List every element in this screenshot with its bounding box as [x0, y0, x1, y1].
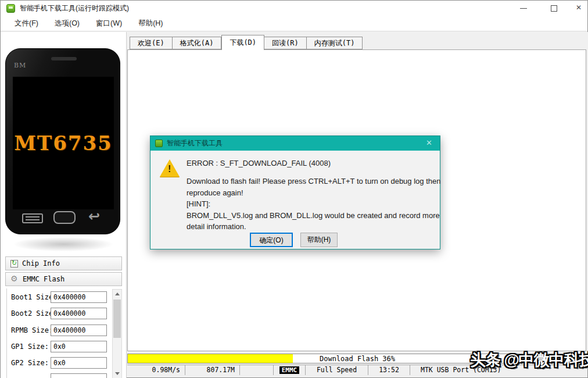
- dialog-close-icon[interactable]: [424, 136, 435, 151]
- watermark: 头条 @中微中科技: [470, 350, 588, 370]
- gp2-size-label: GP2 Size:: [11, 359, 49, 367]
- gp1-size-label: GP1 Size:: [11, 343, 49, 351]
- tab-strip: 欢迎(E) 格式化(A) 下载(D) 回读(R) 内存测试(T): [130, 37, 363, 50]
- tab-download[interactable]: 下载(D): [221, 35, 264, 50]
- maximize-icon: [551, 5, 557, 12]
- scroll-down-icon[interactable]: [113, 369, 121, 378]
- phone-brand-label: BM: [14, 62, 26, 69]
- status-empty-cell: [240, 365, 274, 375]
- status-storage-cell: EMMC: [274, 365, 306, 375]
- chip-panel-scrollbar[interactable]: [112, 289, 122, 378]
- emmc-flash-header[interactable]: EMMC Flash: [5, 272, 122, 286]
- tab-welcome[interactable]: 欢迎(E): [130, 37, 173, 49]
- gp1-size-field[interactable]: 0x0: [51, 341, 107, 352]
- gp2-size-field[interactable]: 0x0: [51, 357, 107, 369]
- window-title: 智能手机下载工具(运行时跟踪模式): [20, 1, 129, 16]
- menu-window[interactable]: 窗口(W): [88, 16, 130, 31]
- dialog-line-2: [HINT]:: [187, 198, 441, 210]
- tab-memorytest[interactable]: 内存测试(T): [307, 37, 363, 49]
- boot2-size-field[interactable]: 0x400000: [51, 308, 107, 319]
- left-panel: BM MT6735 Chip Info EMMC Flash Boot1 Siz…: [1, 32, 127, 378]
- phone-nav-row: [6, 211, 120, 226]
- status-usb-mode: Full Speed: [306, 365, 368, 375]
- scrollbar-thumb[interactable]: [113, 299, 121, 338]
- menu-file[interactable]: 文件(F): [6, 16, 46, 31]
- phone-back-icon: [88, 209, 106, 223]
- help-button[interactable]: 帮助(H): [300, 233, 338, 247]
- scroll-up-icon[interactable]: [113, 290, 121, 298]
- dialog-body: Download to flash fail! Please press CTR…: [187, 176, 441, 233]
- status-speed: 0.98M/s: [127, 365, 185, 375]
- phone-screen: MT6735: [13, 77, 114, 209]
- rpmb-size-label: RPMB Size:: [11, 326, 53, 334]
- phone-chip-text: MT6735: [14, 131, 113, 155]
- error-dialog: 智能手机下载工具 ERROR : S_FT_DOWNLOAD_FAIL (400…: [150, 135, 440, 249]
- status-time: 13:52: [368, 365, 410, 375]
- maximize-button[interactable]: [546, 1, 563, 16]
- menu-bar: 文件(F) 选项(O) 窗口(W) 帮助(H): [1, 16, 587, 31]
- chip-info-label: Chip Info: [22, 259, 60, 268]
- dialog-error-title: ERROR : S_FT_DOWNLOAD_FAIL (4008): [187, 159, 331, 167]
- dialog-app-icon: [155, 140, 163, 147]
- phone-speaker: [51, 57, 77, 60]
- emmc-badge: EMMC: [279, 366, 300, 374]
- dialog-line-1: Download to flash fail! Please press CTR…: [187, 176, 441, 198]
- menu-options[interactable]: 选项(O): [46, 16, 88, 31]
- boot1-size-field[interactable]: 0x400000: [51, 291, 107, 303]
- close-button[interactable]: [571, 1, 588, 16]
- minimize-icon: [520, 8, 527, 9]
- dialog-title-bar[interactable]: 智能手机下载工具: [150, 136, 440, 151]
- minimize-button[interactable]: [515, 1, 532, 16]
- dialog-title: 智能手机下载工具: [167, 136, 223, 151]
- app-icon: [6, 4, 15, 13]
- phone-menu-icon: [22, 213, 43, 223]
- title-bar: 智能手机下载工具(运行时跟踪模式): [1, 1, 587, 16]
- gear-icon: [10, 275, 19, 283]
- status-downloaded: 807.17M: [185, 365, 240, 375]
- tab-format[interactable]: 格式化(A): [173, 37, 222, 49]
- tab-readback[interactable]: 回读(R): [264, 37, 307, 49]
- phone-preview: BM MT6735: [5, 48, 120, 234]
- phone-reflection: [11, 237, 116, 252]
- ok-button[interactable]: 确定(O): [250, 233, 293, 247]
- app-window: 智能手机下载工具(运行时跟踪模式) 文件(F) 选项(O) 窗口(W) 帮助(H…: [0, 0, 588, 378]
- emmc-flash-label: EMMC Flash: [23, 275, 64, 283]
- warning-icon: [160, 159, 180, 177]
- chip-info-header[interactable]: Chip Info: [5, 256, 122, 270]
- chip-panel-divider: [6, 288, 7, 378]
- phone-home-icon: [53, 211, 76, 224]
- rpmb-size-field[interactable]: 0x400000: [51, 324, 107, 336]
- menu-help[interactable]: 帮助(H): [130, 16, 171, 31]
- chip-info-icon: [10, 260, 18, 268]
- dialog-line-3: BROM_DLL_V5.log and BROM_DLL.log would b…: [187, 210, 441, 233]
- partial-size-field[interactable]: [51, 373, 107, 378]
